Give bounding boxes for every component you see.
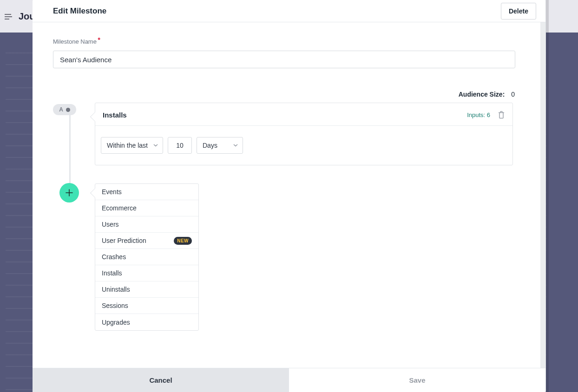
menu-item-label: Installs xyxy=(102,269,122,277)
menu-item-crashes[interactable]: Crashes xyxy=(95,249,198,265)
trash-icon[interactable] xyxy=(498,111,505,119)
modal-footer: Cancel Save xyxy=(33,368,545,392)
criteria-node-dot-icon xyxy=(66,108,70,112)
cancel-button[interactable]: Cancel xyxy=(33,368,289,392)
menu-item-label: User Prediction xyxy=(102,237,146,244)
criteria-connector-line xyxy=(69,114,71,194)
menu-item-label: Ecommerce xyxy=(102,204,137,212)
milestone-name-input[interactable] xyxy=(53,51,515,68)
menu-item-events[interactable]: Events xyxy=(95,184,198,200)
plus-icon xyxy=(65,188,74,197)
audience-size-label: Audience Size: xyxy=(459,91,505,98)
audience-size-value: 0 xyxy=(511,91,515,98)
modal-title: Edit Milestone xyxy=(53,7,106,16)
criteria-card-body: Within the last Days xyxy=(95,126,512,165)
timeframe-value-input[interactable] xyxy=(168,137,192,154)
criteria-title: Installs xyxy=(103,111,127,119)
menu-item-uninstalls[interactable]: Uninstalls xyxy=(95,281,198,298)
menu-item-label: Events xyxy=(102,188,122,196)
timeframe-select[interactable]: Within the last xyxy=(101,137,163,154)
criteria-area: A Installs Inputs: 6 Within the la xyxy=(53,103,525,165)
milestone-name-field: Milestone Name• xyxy=(53,36,525,68)
audience-size: Audience Size: 0 xyxy=(53,91,525,98)
modal-header: Edit Milestone Delete xyxy=(33,0,545,22)
save-button[interactable]: Save xyxy=(289,368,545,392)
criteria-card-header: Installs Inputs: 6 xyxy=(95,103,512,126)
timeframe-unit-value: Days xyxy=(203,142,217,149)
menu-item-ecommerce[interactable]: Ecommerce xyxy=(95,200,198,216)
chevron-down-icon xyxy=(153,144,158,147)
menu-item-label: Users xyxy=(102,221,119,228)
chevron-down-icon xyxy=(233,144,238,147)
background-shadow xyxy=(546,0,549,392)
modal-body: Milestone Name• Audience Size: 0 A Insta… xyxy=(33,22,545,368)
add-criteria-button[interactable] xyxy=(59,183,79,203)
new-badge: NEW xyxy=(174,237,192,245)
required-indicator: • xyxy=(98,34,100,44)
delete-button[interactable]: Delete xyxy=(501,3,536,20)
menu-item-label: Upgrades xyxy=(102,319,130,326)
menu-item-upgrades[interactable]: Upgrades xyxy=(95,314,198,330)
menu-icon xyxy=(5,16,12,17)
menu-item-label: Crashes xyxy=(102,253,126,261)
timeframe-unit-select[interactable]: Days xyxy=(197,137,243,154)
menu-item-user-prediction[interactable]: User Prediction NEW xyxy=(95,233,198,249)
criteria-inputs-link[interactable]: Inputs: 6 xyxy=(467,111,490,118)
milestone-name-label: Milestone Name xyxy=(53,38,97,45)
criteria-card-installs: Installs Inputs: 6 Within the last xyxy=(95,103,513,165)
add-criteria-menu: Events Ecommerce Users User Prediction N… xyxy=(95,183,199,331)
criteria-node-letter: A xyxy=(59,106,63,113)
menu-item-label: Sessions xyxy=(102,302,128,309)
criteria-node-a: A xyxy=(53,104,76,115)
menu-item-users[interactable]: Users xyxy=(95,216,198,233)
edit-milestone-modal: Edit Milestone Delete Milestone Name• Au… xyxy=(33,0,546,392)
menu-item-sessions[interactable]: Sessions xyxy=(95,298,198,314)
timeframe-select-value: Within the last xyxy=(107,142,148,149)
menu-item-installs[interactable]: Installs xyxy=(95,265,198,281)
menu-item-label: Uninstalls xyxy=(102,286,130,293)
